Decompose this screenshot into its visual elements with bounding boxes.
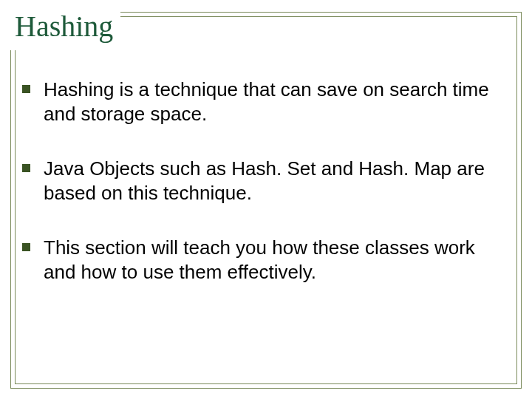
bullet-text: Java Objects such as Hash. Set and Hash.… <box>44 157 502 205</box>
square-bullet-icon <box>22 85 30 93</box>
square-bullet-icon <box>22 164 30 172</box>
bullet-text: Hashing is a technique that can save on … <box>44 78 502 126</box>
list-item: Java Objects such as Hash. Set and Hash.… <box>22 157 502 205</box>
slide: Hashing Hashing is a technique that can … <box>0 0 532 399</box>
list-item: Hashing is a technique that can save on … <box>22 78 502 126</box>
list-item: This section will teach you how these cl… <box>22 236 502 284</box>
square-bullet-icon <box>22 243 30 251</box>
title-block: Hashing <box>7 0 120 50</box>
slide-title: Hashing <box>15 10 113 43</box>
content-area: Hashing is a technique that can save on … <box>22 78 502 315</box>
bullet-text: This section will teach you how these cl… <box>44 236 502 284</box>
